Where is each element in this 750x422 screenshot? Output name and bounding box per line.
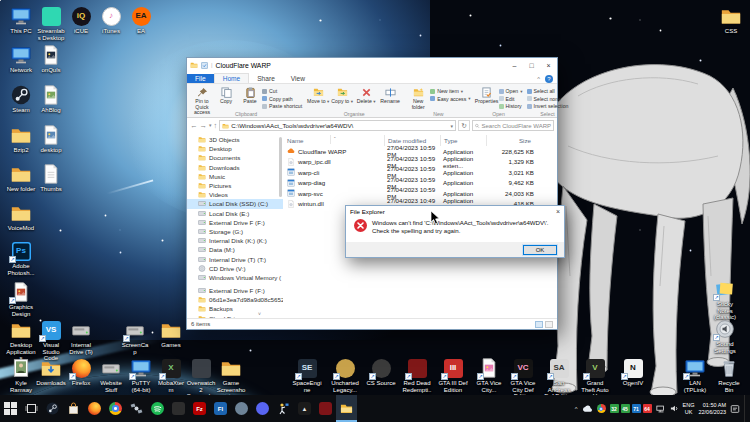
address-input[interactable]: C:\Windows\AAct_Tools\wdvdriver\a64WDV\ … [219, 120, 456, 131]
mountain-app[interactable]: ▲ [294, 395, 315, 422]
close-button[interactable]: × [540, 58, 557, 72]
sidebar-item-external-drive-f-f[interactable]: External Drive F (F:) [187, 218, 283, 227]
desktop-icon-sound-settings[interactable]: ↗Sound Settings [710, 318, 740, 354]
onedrive-icon[interactable] [582, 405, 593, 413]
copy-button[interactable]: Copy [214, 86, 238, 105]
sidebar-item-internal-disk-k-k[interactable]: Internal Disk (K:) (K:) [187, 236, 283, 245]
tab-file[interactable]: File [187, 74, 214, 83]
history-button[interactable]: History [499, 103, 523, 109]
desktop-icon-putty-64-bit[interactable]: ↗PuTTY (64-bit) [126, 357, 156, 393]
help-icon[interactable]: ? [545, 75, 553, 83]
desktop-icon-new-folder[interactable]: New folder [6, 163, 36, 193]
sidebar-item-cd-drive-v[interactable]: CD Drive (V:) [187, 264, 283, 273]
details-view-button[interactable] [535, 321, 543, 328]
sidebar-item-06d1e3ea7d98a9d08c5652fe[interactable]: 06d1e3ea7d98a9d08c5652fe [187, 295, 283, 304]
refresh-button[interactable]: ↻ [458, 120, 470, 131]
nav-scroll-down-icon[interactable]: ˅ [258, 311, 261, 317]
space-engine-taskbar[interactable] [126, 395, 147, 422]
action-center-icon[interactable] [730, 404, 740, 414]
desktop-icon-sticky-notes-classic[interactable]: ↗Sticky Notes (classic) [710, 278, 740, 321]
back-icon[interactable]: ← [190, 122, 198, 130]
sidebar-item-videos[interactable]: Videos [187, 190, 283, 199]
sidebar-item-data-m[interactable]: Data (M:) [187, 245, 283, 254]
sidebar-item-music[interactable]: Music [187, 172, 283, 181]
ribbon-collapse-icon[interactable]: ^ [537, 76, 540, 82]
minimize-button[interactable]: – [506, 58, 523, 72]
task-view-button[interactable] [21, 395, 42, 422]
sidebar-item-3d-objects[interactable]: 3D Objects [187, 135, 283, 144]
select-all-button[interactable]: Select all [527, 88, 569, 94]
chrome-taskbar[interactable] [105, 395, 126, 422]
large-icons-view-button[interactable] [545, 321, 553, 328]
tab-home[interactable]: Home [214, 73, 250, 83]
tab-view[interactable]: View [283, 74, 313, 83]
hardware-monitor-badge[interactable]: 45 [621, 404, 630, 413]
quick-access-toolbar-icon[interactable] [201, 62, 208, 69]
paste-shortcut-button[interactable]: Paste shortcut [262, 103, 302, 109]
easy-access-button[interactable]: Easy access ▾ [430, 96, 470, 102]
column-header-date-modified[interactable]: Date modified [384, 135, 440, 146]
sidebar-item-local-disk-e[interactable]: Local Disk (E:) [187, 209, 283, 218]
dialog-close-icon[interactable]: × [556, 208, 560, 215]
desktop-icon-recycle-bin[interactable]: Recycle Bin [714, 357, 744, 393]
figure-app[interactable] [273, 395, 294, 422]
desktop-icon-screencap[interactable]: ↗ScreenCap [120, 319, 150, 355]
desktop-icon-gta-vice-city-def-edition[interactable]: VC↗GTA Vice City Def Edition [508, 357, 538, 400]
volume-icon[interactable] [670, 404, 679, 413]
new-item-button[interactable]: New item ▾ [430, 88, 470, 94]
desktop-icon-website-stuff[interactable]: Website Stuff [96, 357, 126, 393]
sidebar-item-local-disk-ssd-c[interactable]: Local Disk (SSD) (C:) [187, 199, 283, 208]
desktop-icon-css[interactable]: CSS [716, 5, 746, 35]
hardware-monitor-badge[interactable]: 64 [643, 404, 652, 413]
desktop-icon-games[interactable]: Games [156, 319, 186, 349]
desktop-icon-adobe-photosh[interactable]: Ps↗Adobe Photosh... [6, 240, 36, 276]
recent-locations-icon[interactable]: ▾ [209, 123, 212, 128]
desktop-icon-spaceengine[interactable]: SE↗SpaceEngine [292, 357, 322, 393]
desktop-icon-uncharted-legacy[interactable]: ↗Uncharted Legacy... [330, 357, 360, 393]
steam-taskbar[interactable] [42, 395, 63, 422]
desktop-icon-this-pc[interactable]: This PC [6, 5, 36, 35]
desktop-icon-visual-studio-code[interactable]: VS↗Visual Studio Code [36, 319, 66, 362]
dark-red-app[interactable] [315, 395, 336, 422]
hardware-monitor-badge[interactable]: 32 [610, 404, 619, 413]
sidebar-item-backups[interactable]: Backups [187, 304, 283, 313]
dialog-titlebar[interactable]: File Explorer × [346, 206, 564, 217]
desktop-icon-graphics-design[interactable]: ↗Graphics Design [6, 281, 36, 317]
desktop-icon-ea[interactable]: EAEA [126, 5, 156, 35]
desktop-icon-itunes[interactable]: ♪iTunes [96, 5, 126, 35]
desktop-icon-san-andreas-def-edition[interactable]: SA↗San Andreas Def Edition [544, 357, 574, 400]
desktop-icon-openiv[interactable]: N↗OpenIV [618, 357, 648, 387]
copy-path-button[interactable]: Copy path [262, 96, 302, 102]
language-indicator[interactable]: ENGUK [683, 402, 695, 415]
desktop-icon-downloads[interactable]: Downloads [36, 357, 66, 387]
desktop-icon-steam[interactable]: Steam [6, 84, 36, 114]
desktop-icon-desktop-applications[interactable]: Desktop Applications [6, 319, 36, 362]
properties-button[interactable]: Properties [475, 86, 499, 105]
desktop-icon-grand-theft-auto-v[interactable]: V↗Grand Theft Auto V [580, 357, 610, 400]
tab-share[interactable]: Share [249, 74, 283, 83]
column-header-type[interactable]: Type [440, 135, 486, 146]
hardware-monitor-badge[interactable]: 71 [632, 404, 641, 413]
desktop-icon-thumbs[interactable]: Thumbs [36, 163, 66, 193]
search-input[interactable]: Search CloudFlare WARP [472, 120, 554, 131]
sidebar-item-internal-drive-t-t[interactable]: Internal Drive (T) (T:) [187, 254, 283, 263]
desktop-icon-icue[interactable]: iQiCUE [66, 5, 96, 35]
desktop-icon-mobaxterm[interactable]: X↗MobaXterm [156, 357, 186, 393]
sidebar-item-downloads[interactable]: Downloads [187, 163, 283, 172]
blue-square-app[interactable]: Fl [210, 395, 231, 422]
desktop-icon-gta-vice-city[interactable]: ↗GTA Vice City... [474, 357, 504, 393]
invert-selection-button[interactable]: Invert selection [527, 103, 569, 109]
desktop-icon-voicemod[interactable]: VoiceMod [6, 202, 36, 232]
nav-scrollbar[interactable] [279, 137, 282, 197]
sidebar-item-external-drive-f-f[interactable]: External Drive F (F:) [187, 286, 283, 295]
clock[interactable]: 01:50 AM22/06/2023 [698, 402, 726, 415]
explorer-titlebar[interactable]: | CloudFlare WARP – □ × [187, 58, 557, 72]
desktop-icon-bzip2[interactable]: Bzip2 [6, 124, 36, 154]
tray-expand-icon[interactable]: ^ [575, 406, 578, 412]
sidebar-item-storage-g[interactable]: Storage (G:) [187, 227, 283, 236]
file-explorer-taskbar[interactable] [336, 395, 357, 422]
desktop-icon-kyle-ramsay[interactable]: Kyle Ramsay [6, 357, 36, 393]
copy-to-button[interactable]: Copy to ▾ [330, 86, 354, 105]
ok-button[interactable]: OK [523, 245, 557, 255]
desktop-icon-gta-iii-def-edition[interactable]: III↗GTA III Def Edition [438, 357, 468, 393]
